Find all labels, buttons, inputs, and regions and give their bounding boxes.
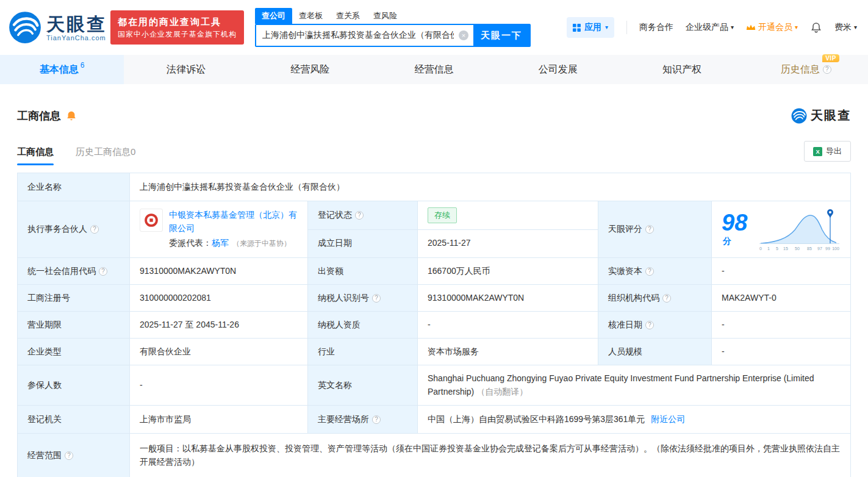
search-tab-relation[interactable]: 查关系	[329, 8, 367, 24]
subtab-row: 工商信息 历史工商信息0 X 导出	[17, 141, 851, 165]
rep-name-link[interactable]: 杨军	[212, 238, 229, 248]
svg-text:X: X	[816, 149, 820, 155]
reg-authority-value: 上海市市监局	[130, 406, 308, 434]
insured-count-label: 参保人数	[18, 365, 130, 406]
search-tabs: 查公司 查老板 查关系 查风险	[255, 8, 531, 24]
help-icon[interactable]: ?	[823, 65, 831, 74]
help-icon[interactable]: ?	[355, 211, 364, 220]
crown-icon	[746, 24, 756, 31]
business-cooperation-link[interactable]: 商务合作	[639, 22, 673, 33]
tab-legal-litigation[interactable]: 法律诉讼	[124, 55, 248, 84]
user-menu[interactable]: 费米 ▾	[834, 22, 857, 33]
english-name-label: 英文名称	[308, 365, 418, 406]
help-icon[interactable]: ?	[645, 321, 654, 329]
search-box: × 天眼一下	[255, 24, 531, 47]
subtab-business-info[interactable]: 工商信息	[17, 146, 54, 165]
tianyancha-logo-icon	[9, 11, 41, 44]
english-name-value: Shanghai Puchuang Zhongying Fuyao Privat…	[418, 365, 851, 406]
business-term-label: 营业期限	[18, 312, 130, 339]
tianyancha-logo[interactable]: 天眼查 TianYanCha.com	[9, 11, 107, 44]
svg-text:100: 100	[832, 246, 839, 251]
tab-operation-info[interactable]: 经营信息	[372, 55, 496, 84]
tab-intellectual-property[interactable]: 知识产权	[620, 55, 744, 84]
clear-search-icon[interactable]: ×	[459, 30, 468, 40]
search-button[interactable]: 天眼一下	[473, 25, 529, 46]
credit-code-value: 91310000MAK2AWYT0N	[130, 258, 308, 285]
slogan-banner: 都在用的商业查询工具 国家中小企业发展子基金旗下机构	[110, 10, 244, 45]
enterprise-product-menu[interactable]: 企业级产品 ▾	[686, 22, 734, 33]
join-vip-menu[interactable]: 开通会员 ▾	[746, 22, 798, 33]
svg-text:97: 97	[817, 246, 822, 251]
logo-text: 天眼查 TianYanCha.com	[46, 14, 107, 41]
subtab-history-business-info[interactable]: 历史工商信息0	[76, 146, 135, 165]
help-icon[interactable]: ?	[372, 415, 381, 424]
paid-capital-value: -	[712, 258, 851, 285]
notification-bell-icon[interactable]	[810, 21, 822, 34]
search-input[interactable]	[256, 25, 473, 46]
logo-name: 天眼查	[46, 14, 107, 34]
score-value: 98分	[722, 211, 750, 248]
help-icon[interactable]: ?	[372, 294, 381, 303]
excel-icon: X	[813, 147, 822, 156]
approval-date-value: -	[712, 312, 851, 339]
logo-domain: TianYanCha.com	[46, 34, 107, 41]
top-right-menu: 应用 ▾ 商务合作 企业级产品 ▾ 开通会员 ▾ 费米 ▾	[567, 17, 857, 38]
page-title: 工商信息	[17, 109, 61, 123]
capital-value: 166700万人民币	[418, 258, 598, 285]
industry-label: 行业	[308, 339, 418, 365]
help-icon[interactable]: ?	[645, 225, 654, 234]
industry-value: 资本市场服务	[418, 339, 598, 365]
chevron-down-icon: ▾	[854, 24, 857, 30]
search-tab-company[interactable]: 查公司	[255, 8, 292, 24]
basic-info-count: 6	[81, 61, 85, 70]
staff-size-label: 人员规模	[598, 339, 712, 365]
tab-company-development[interactable]: 公司发展	[496, 55, 620, 84]
help-icon[interactable]: ?	[645, 267, 654, 276]
slogan-line2: 国家中小企业发展子基金旗下机构	[118, 29, 237, 40]
status-badge: 存续	[428, 207, 457, 223]
help-icon[interactable]: ?	[99, 267, 107, 276]
app-menu-button[interactable]: 应用 ▾	[567, 17, 614, 38]
partner-company-logo	[140, 209, 163, 232]
help-icon[interactable]: ?	[90, 225, 99, 234]
reg-authority-label: 登记机关	[18, 406, 130, 434]
company-type-label: 企业类型	[18, 339, 130, 365]
score-label: 天眼评分?	[598, 201, 712, 258]
insured-count-value: -	[130, 365, 308, 406]
tab-basic-info[interactable]: 基本信息6	[0, 55, 124, 84]
tab-history-info[interactable]: 历史信息 VIP ?	[744, 55, 868, 84]
help-icon[interactable]: ?	[662, 294, 671, 303]
username: 费米	[834, 22, 852, 33]
taxpayer-id-value: 91310000MAK2AWYT0N	[418, 285, 598, 312]
search-tab-risk[interactable]: 查风险	[367, 8, 404, 24]
reg-status-value: 存续	[418, 201, 598, 230]
score-number: 98	[722, 210, 747, 235]
executive-partner-cell: 中银资本私募基金管理（北京）有限公司 委派代表：杨军 （来源于中基协）	[130, 201, 308, 258]
establish-date-label: 成立日期	[308, 229, 418, 258]
partner-company-link[interactable]: 中银资本私募基金管理（北京）有限公司	[169, 210, 297, 233]
grid-icon	[573, 24, 581, 32]
business-info-table: 企业名称 上海浦创中瀛扶摇私募投资基金合伙企业（有限合伙） 执行事务合伙人?	[17, 173, 851, 477]
export-button[interactable]: X 导出	[804, 141, 851, 162]
chevron-down-icon: ▾	[731, 24, 734, 30]
credit-code-label: 统一社会信用代码?	[18, 258, 130, 285]
business-scope-label: 经营范围?	[18, 434, 130, 477]
section-header: 工商信息 天眼查	[17, 107, 851, 124]
taxpayer-quality-value: -	[418, 312, 598, 339]
slogan-line1: 都在用的商业查询工具	[118, 15, 237, 29]
business-term-value: 2025-11-27 至 2045-11-26	[130, 312, 308, 339]
svg-text:85: 85	[807, 246, 812, 251]
subscribe-bell-icon[interactable]	[66, 110, 77, 121]
help-icon[interactable]: ?	[65, 451, 73, 460]
svg-text:0: 0	[759, 246, 762, 251]
tab-operation-risk[interactable]: 经营风险	[248, 55, 372, 84]
org-code-label: 组织机构代码?	[598, 285, 712, 312]
brand-watermark: 天眼查	[791, 107, 851, 124]
svg-text:1: 1	[767, 246, 770, 251]
svg-text:15: 15	[783, 246, 788, 251]
vip-badge: VIP	[822, 54, 839, 62]
search-tab-boss[interactable]: 查老板	[292, 8, 329, 24]
auto-translate-note: （自动翻译）	[476, 387, 528, 396]
capital-label: 出资额	[308, 258, 418, 285]
nearby-companies-link[interactable]: 附近公司	[651, 414, 685, 424]
